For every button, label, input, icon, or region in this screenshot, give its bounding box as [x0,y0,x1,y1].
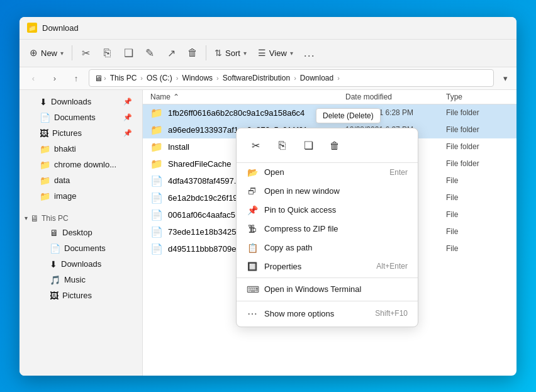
more-button[interactable]: ... [299,43,320,63]
cm-delete-button[interactable]: 🗑 [323,135,346,157]
cm-props-label: Properties [264,262,370,271]
sidebar-bhakti-label: bhakti [54,144,76,154]
address-bar: ‹ › ↑ 🖥 › This PC › OS (C:) › Windows › … [20,67,516,90]
sidebar-downloads-label: Downloads [51,97,91,106]
breadcrumb-download[interactable]: Download [298,72,336,84]
file-icon: 📄 [150,209,163,221]
cm-item-terminal[interactable]: ⌨ Open in Windows Terminal [237,280,418,299]
this-pc-group[interactable]: ▾ 🖥 This PC [20,210,142,225]
softwaredist-label: SoftwareDistribution [223,74,290,82]
main-content: ⬇ Downloads 📌 📄 Documents 📌 🖼 Pictures 📌… [20,90,516,376]
sidebar-item-data[interactable]: 📁 data [22,173,140,188]
header-name[interactable]: Name ⌃ [150,92,345,101]
new-label: New [41,48,57,58]
cm-open-icon: 📂 [247,167,258,177]
more-icon: ... [304,47,315,60]
delete-button[interactable]: 🗑 [182,43,203,63]
file-type: File [446,176,509,185]
toolbar: ⊕ New ▾ ✂ ⎘ ❑ ✎ ↗ 🗑 ⇅ Sort ▾ ☰ [20,40,516,67]
sort-chevron: ▾ [243,50,247,57]
cm-paste-icon: ❏ [304,139,313,152]
paste-button[interactable]: ❑ [118,43,138,63]
desktop-icon: 🖥 [50,228,59,238]
cm-item-copypath[interactable]: 📋 Copy as path [237,238,418,257]
header-date[interactable]: Date modified [345,92,446,101]
cm-item-pin[interactable]: 📌 Pin to Quick access [237,201,418,220]
windows-label: Windows [182,74,213,82]
cm-item-open-new[interactable]: 🗗 Open in new window [237,182,418,201]
forward-button[interactable]: › [46,69,64,87]
file-name: SharedFileCache [168,159,231,169]
rename-button[interactable]: ✎ [140,43,160,63]
cm-open-new-label: Open in new window [264,186,401,196]
share-button[interactable]: ↗ [161,43,181,63]
breadcrumb-thispc[interactable]: This PC [108,72,140,84]
sidebar-data-label: data [54,176,70,185]
download-label: Download [300,74,333,82]
cm-item-open[interactable]: 📂 Open Enter [237,163,418,182]
up-button[interactable]: ↑ [67,69,85,87]
cm-item-compress[interactable]: 🗜 Compress to ZIP file [237,220,418,238]
cm-item-more[interactable]: ⋯ Show more options Shift+F10 [237,303,418,324]
sep1: › [104,74,106,82]
cm-sep-2 [237,301,418,301]
context-menu-tooltip: Delete (Delete) [316,108,381,123]
sidebar-item-desktop[interactable]: 🖥 Desktop [22,225,140,240]
sort-button[interactable]: ⇅ Sort ▾ [209,45,252,61]
sidebar-item-music[interactable]: 🎵 Music [22,272,140,288]
pictures-pin: 📌 [123,129,132,137]
breadcrumb[interactable]: 🖥 › This PC › OS (C:) › Windows › Softwa… [89,69,494,87]
sidebar-item-bhakti[interactable]: 📁 bhakti [22,142,140,157]
sep4: › [216,74,219,82]
music-icon: 🎵 [50,275,60,285]
cm-props-shortcut: Alt+Enter [376,262,408,271]
cm-copypath-icon: 📋 [247,243,258,253]
sep6: › [337,74,340,82]
breadcrumb-softwaredist[interactable]: SoftwareDistribution [220,72,293,84]
cm-pin-label: Pin to Quick access [264,205,401,215]
cm-copy-button[interactable]: ⎘ [271,135,293,157]
sidebar-item-image[interactable]: 📁 image [22,189,140,204]
sep3: › [176,74,179,82]
breadcrumb-dropdown-button[interactable]: ▾ [499,72,511,84]
title-bar: 📁 Download [20,17,516,40]
sep2: › [140,74,143,82]
docs-icon: 📄 [50,244,60,254]
sidebar-item-chrome[interactable]: 📁 chrome downlo... [22,157,140,172]
copy-button[interactable]: ⎘ [97,43,117,63]
share-icon: ↗ [167,47,176,59]
thispc-label: This PC [110,74,137,82]
content-area: Name ⌃ Date modified Type 📁 1fb26ff0616a… [143,90,516,376]
back-button[interactable]: ‹ [25,69,42,87]
file-name: 0061af06c4aafac5... [168,210,242,220]
cm-copypath-label: Copy as path [264,243,401,252]
context-menu: Delete (Delete) ✂ ⎘ ❏ 🗑 [236,128,418,327]
sidebar-desktop-label: Desktop [62,228,92,237]
cm-item-properties[interactable]: 🔲 Properties Alt+Enter [237,257,418,276]
sidebar: ⬇ Downloads 📌 📄 Documents 📌 🖼 Pictures 📌… [20,90,143,376]
cm-terminal-label: Open in Windows Terminal [264,284,401,294]
image-icon: 📁 [40,191,50,201]
new-chevron: ▾ [60,50,64,57]
this-pc-chevron: ▾ [25,215,28,221]
this-pc-label: This PC [42,214,69,223]
header-type[interactable]: Type [446,92,509,101]
sidebar-item-pictures[interactable]: 🖼 Pictures 📌 [22,126,140,141]
new-button[interactable]: ⊕ New ▾ [25,44,69,62]
breadcrumb-windows[interactable]: Windows [179,72,215,84]
cm-paste-button[interactable]: ❏ [297,135,320,157]
view-button[interactable]: ☰ View ▾ [253,45,298,61]
view-icon: ☰ [258,48,266,58]
file-name: 73ede11e18b3425... [168,227,243,237]
sidebar-item-docs[interactable]: 📄 Documents [22,241,140,256]
cut-button[interactable]: ✂ [75,43,96,63]
sidebar-item-pics[interactable]: 🖼 Pictures [22,288,140,303]
breadcrumb-c[interactable]: OS (C:) [144,72,175,84]
cm-cut-button[interactable]: ✂ [244,135,267,157]
sidebar-item-dl[interactable]: ⬇ Downloads [22,257,140,272]
header-date-label: Date modified [345,92,392,101]
sidebar-item-documents[interactable]: 📄 Documents 📌 [22,110,140,125]
sidebar-item-downloads[interactable]: ⬇ Downloads 📌 [22,94,140,109]
sidebar-image-label: image [54,191,76,201]
cm-copy-icon: ⎘ [279,139,286,152]
